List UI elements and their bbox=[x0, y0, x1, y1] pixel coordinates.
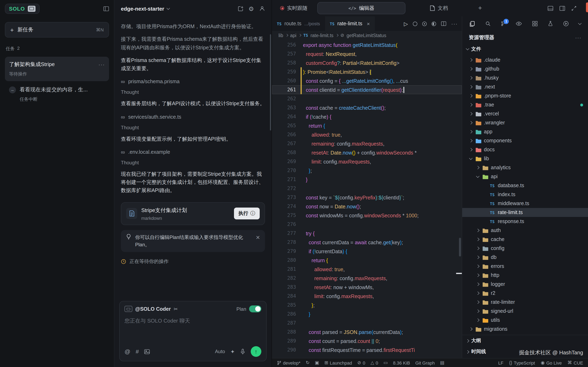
explorer-more-icon[interactable]: ··· bbox=[575, 35, 581, 41]
code-line[interactable]: 279 if (!currentData) { bbox=[272, 247, 462, 256]
tree-item[interactable]: auth bbox=[462, 226, 588, 235]
tree-item[interactable]: components bbox=[462, 136, 588, 145]
code-line[interactable]: 274 const now = Date.now(); bbox=[272, 202, 462, 211]
status-8-36-kib[interactable]: 8.36 KiB bbox=[393, 360, 410, 365]
tree-item[interactable]: TSdatabase.ts bbox=[462, 181, 588, 190]
tree-item[interactable]: .pnpm-store bbox=[462, 91, 588, 100]
code-line[interactable]: 259): Promise<RateLimitStatus> { bbox=[272, 67, 462, 76]
attach-image-icon[interactable] bbox=[144, 349, 150, 354]
tree-item[interactable]: TSrate-limit.ts bbox=[462, 208, 588, 217]
sparkle-icon[interactable]: ✦ bbox=[230, 349, 235, 355]
new-task-button[interactable]: + 新任务 ⌘N bbox=[5, 22, 109, 38]
code-line[interactable]: 278 const currentData = await cache.get(… bbox=[272, 238, 462, 247]
code-line[interactable]: 277 try { bbox=[272, 229, 462, 238]
files-section-header[interactable]: 文件 bbox=[462, 44, 588, 55]
cue-icon[interactable]: ⌘CUE bbox=[568, 360, 583, 365]
new-chat-icon[interactable] bbox=[237, 6, 243, 11]
code-line[interactable]: 257 request: NextRequest, bbox=[272, 49, 462, 58]
agent-name[interactable]: @SOLO Coder bbox=[135, 306, 171, 312]
tree-item[interactable]: .next bbox=[462, 82, 588, 91]
run-file-icon[interactable]: ▷ bbox=[404, 21, 408, 27]
tree-item[interactable]: api bbox=[462, 172, 588, 181]
tree-item[interactable]: http bbox=[462, 271, 588, 280]
task-item[interactable]: 了解架构集成Stripe···等待操作 bbox=[5, 57, 109, 81]
beaker-icon[interactable] bbox=[547, 21, 553, 26]
extensions-icon[interactable] bbox=[532, 21, 537, 26]
mic-icon[interactable] bbox=[240, 349, 245, 355]
code-line[interactable]: 262 bbox=[272, 94, 462, 103]
tree-item[interactable]: rate-limiter bbox=[462, 298, 588, 307]
tree-item[interactable]: config bbox=[462, 244, 588, 253]
outline-section-header[interactable]: 大纲 bbox=[462, 335, 588, 346]
add-view-icon[interactable]: + bbox=[478, 4, 482, 12]
layout-panel-icon[interactable] bbox=[548, 6, 553, 11]
more-actions-icon[interactable]: ··· bbox=[451, 21, 458, 27]
status-git-graph[interactable]: Git Graph bbox=[415, 360, 435, 365]
tree-item[interactable]: .trae bbox=[462, 100, 588, 109]
tree-item[interactable]: .wrangler bbox=[462, 118, 588, 127]
code-line[interactable]: 268 resetAt: Date.now() + config.windowS… bbox=[272, 148, 462, 157]
history-icon[interactable] bbox=[432, 21, 436, 26]
coverage-icon[interactable] bbox=[413, 21, 417, 26]
code-line[interactable]: 265 return { bbox=[272, 121, 462, 130]
tree-item[interactable]: app bbox=[462, 127, 588, 136]
code-line[interactable]: 276 bbox=[272, 220, 462, 229]
files-icon[interactable] bbox=[469, 21, 475, 27]
ports-icon[interactable]: ▤ bbox=[440, 360, 444, 365]
plan-toggle[interactable] bbox=[249, 305, 261, 312]
code-line[interactable]: 270 }; bbox=[272, 166, 462, 175]
tree-item[interactable]: signed-url bbox=[462, 307, 588, 316]
tree-item[interactable]: .claude bbox=[462, 55, 588, 64]
code-line[interactable]: 288 const parsed = JSON.parse(currentDat… bbox=[272, 327, 462, 336]
editor-tab[interactable]: TSrate-limit.ts× bbox=[325, 16, 375, 31]
tree-item[interactable]: .husky bbox=[462, 73, 588, 82]
editor-tab[interactable]: TSroute.ts.../posts bbox=[272, 16, 325, 31]
warnings-icon[interactable]: △0 bbox=[371, 360, 378, 365]
plan-card[interactable]: Stripe支付集成计划markdown执行ⓘ bbox=[121, 202, 265, 225]
layout-sidebar-right-icon[interactable] bbox=[559, 6, 565, 11]
tree-item[interactable]: TSresponse.ts bbox=[462, 217, 588, 226]
tree-item[interactable]: db bbox=[462, 253, 588, 262]
code-line[interactable]: 287 bbox=[272, 318, 462, 327]
code-line[interactable]: 256export async function getRateLimitSta… bbox=[272, 40, 462, 49]
close-tab-icon[interactable]: × bbox=[367, 21, 370, 27]
tree-item[interactable]: r2 bbox=[462, 289, 588, 298]
git-branch-icon[interactable]: develop* bbox=[277, 360, 301, 365]
code-line[interactable]: 260 const config = { ...getRateLimitConf… bbox=[272, 76, 462, 85]
code-line[interactable]: 261 const clientId = getClientIdentifier… bbox=[272, 85, 462, 94]
tree-item[interactable]: errors bbox=[462, 262, 588, 271]
tree-item[interactable]: migrations bbox=[462, 325, 588, 334]
chat-scrollbar[interactable] bbox=[270, 34, 271, 131]
tree-item[interactable]: .vercel bbox=[462, 109, 588, 118]
tab-live[interactable]: 实时跟随 bbox=[276, 2, 311, 14]
run-debug-icon[interactable] bbox=[563, 21, 569, 26]
code-line[interactable]: 289 const count = parsed.count || 0; bbox=[272, 336, 462, 345]
account-icon[interactable] bbox=[259, 6, 265, 11]
collapse-icon[interactable] bbox=[571, 6, 577, 11]
tree-item[interactable]: docs bbox=[462, 145, 588, 154]
file-chip[interactable]: ∞.env.local.example bbox=[121, 149, 265, 155]
context-hash-icon[interactable]: # bbox=[136, 348, 139, 355]
editor-scrollbar[interactable] bbox=[459, 238, 461, 257]
task-item[interactable]: –看看现在未提交的内容，生...任务中断 bbox=[5, 82, 109, 106]
workspace-icon[interactable]: ▣ bbox=[315, 360, 319, 365]
breadcrumb-item[interactable]: lib bbox=[278, 33, 283, 38]
code-line[interactable]: 266 allowed: true, bbox=[272, 130, 462, 139]
profile-icon[interactable] bbox=[422, 21, 427, 26]
code-line[interactable]: 286 } bbox=[272, 309, 462, 318]
settings-gear-icon[interactable]: ⚙ bbox=[249, 6, 254, 12]
code-line[interactable]: 283 resetAt: now + windowMs, bbox=[272, 283, 462, 292]
code-line[interactable]: 258 customConfig?: Partial<RateLimitConf… bbox=[272, 58, 462, 67]
code-line[interactable]: 269 limit: config.maxRequests, bbox=[272, 157, 462, 166]
file-chip[interactable]: ∞prisma/schema.prisma bbox=[121, 79, 265, 85]
launchpad-icon[interactable]: ⊞Launchpad bbox=[324, 360, 352, 365]
tab-doc[interactable]: 文档 bbox=[426, 2, 452, 14]
notification-indicator[interactable] bbox=[586, 2, 588, 12]
mention-icon[interactable]: @ bbox=[125, 348, 130, 355]
more-views-chevron-icon[interactable] bbox=[578, 21, 581, 25]
task-menu-icon[interactable]: ··· bbox=[98, 61, 105, 67]
code-line[interactable]: 282 remaining: config.maxRequests, bbox=[272, 274, 462, 283]
sync-icon[interactable]: ↻ bbox=[306, 360, 310, 365]
sidebar-toggle-icon[interactable] bbox=[103, 6, 109, 11]
tree-item[interactable]: cache bbox=[462, 235, 588, 244]
